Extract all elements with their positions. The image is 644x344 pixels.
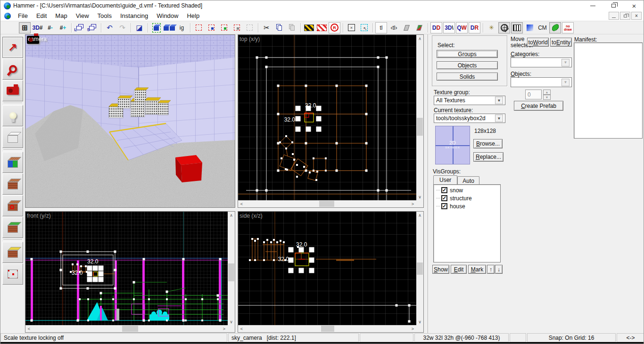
to-entity-button[interactable]: toEntity	[550, 38, 572, 47]
larger-grid-button[interactable]: #+	[57, 22, 69, 33]
scroll-down-icon[interactable]: ∨	[416, 193, 423, 200]
auto-select-button[interactable]: ↖	[358, 22, 370, 33]
dropdown-arrow-icon[interactable]: ▼	[495, 115, 503, 122]
visgroup-item-house[interactable]: ✓ house	[434, 202, 500, 210]
side-2d-canvas[interactable]: 32.0 32.0	[238, 212, 416, 325]
copy-button[interactable]	[273, 22, 285, 33]
group-button[interactable]	[150, 22, 162, 33]
mdi-restore-button[interactable]	[620, 12, 630, 20]
visgroup-item-structure[interactable]: ✓ structure	[434, 194, 500, 202]
toggle-dd-button[interactable]: DD	[430, 22, 442, 33]
select-objects-button[interactable]: Objects	[437, 61, 498, 69]
visgroup-show-button[interactable]: Show	[432, 265, 449, 274]
toggle-group-select-button[interactable]	[193, 22, 205, 33]
vertical-scrollbar[interactable]: ∧ ∨	[416, 212, 423, 325]
menu-view[interactable]: View	[72, 11, 93, 20]
menu-help[interactable]: Help	[182, 11, 204, 20]
snap-to-grid-button[interactable]: ⊞	[19, 22, 31, 33]
menu-tools[interactable]: Tools	[93, 11, 116, 20]
dropdown-arrow-icon[interactable]: ▼	[561, 79, 570, 86]
scroll-thumb[interactable]	[417, 262, 423, 275]
categories-dropdown[interactable]: ▼	[511, 57, 572, 67]
to-world-button[interactable]: toWorld	[527, 38, 549, 47]
viewport-top[interactable]: top (x/y)	[238, 34, 424, 208]
prefab-count-field[interactable]: 0	[525, 90, 542, 99]
scroll-thumb[interactable]	[319, 201, 334, 207]
scroll-left-icon[interactable]: <	[238, 200, 245, 207]
close-button[interactable]: ×	[624, 0, 644, 11]
toggle-entity-select-button[interactable]	[231, 22, 243, 33]
clipping-tool-button[interactable]	[2, 242, 23, 263]
scroll-up-icon[interactable]: ∧	[228, 212, 235, 219]
save-window-state-button[interactable]: S	[87, 22, 99, 33]
texture-group-dropdown[interactable]: All Textures ▼	[434, 96, 505, 105]
objects-dropdown[interactable]: ▼	[511, 77, 572, 87]
scroll-up-icon[interactable]: ∧	[416, 212, 423, 219]
camera-tool-button[interactable]	[2, 80, 23, 101]
spin-down-icon[interactable]: ▼	[543, 95, 551, 100]
block-tool-button[interactable]	[2, 127, 23, 148]
visgroup-item-snow[interactable]: ✓ snow	[434, 186, 500, 194]
checkbox-checked[interactable]: ✓	[441, 203, 447, 209]
texture-lock-button[interactable]: tl	[375, 22, 387, 33]
tab-user[interactable]: User	[433, 175, 457, 185]
foliage-toggle-button[interactable]	[549, 22, 561, 33]
apply-decal-tool-button[interactable]	[2, 195, 23, 216]
spin-up-icon[interactable]: ▲	[543, 90, 551, 95]
redo-button[interactable]: ↷	[116, 22, 128, 33]
cut-button[interactable]: ✂	[261, 22, 272, 33]
fade-preview-button[interactable]	[524, 22, 536, 33]
visgroup-move-down-button[interactable]: ↓	[495, 265, 503, 274]
checkbox-checked[interactable]: ✓	[441, 195, 447, 201]
current-texture-dropdown[interactable]: tools/toolsskybox2d ▼	[434, 114, 505, 123]
scroll-down-icon[interactable]: ∨	[228, 318, 235, 325]
toggle-3d-sky-button[interactable]	[498, 22, 510, 33]
viewport-front[interactable]: front (y/z)	[25, 211, 235, 333]
front-2d-canvas[interactable]: 32.0 32.0	[25, 212, 228, 325]
scroll-right-icon[interactable]: >	[409, 325, 416, 332]
ungroup-button[interactable]	[163, 22, 175, 33]
toggle-3d-profile-button[interactable]: 3D\	[443, 22, 455, 33]
vertex-tool-button[interactable]	[2, 263, 23, 285]
mdi-close-button[interactable]: ×	[631, 12, 642, 20]
browse-button[interactable]: Browse...	[473, 139, 503, 148]
load-window-state-button[interactable]: L	[74, 22, 86, 33]
create-prefab-button[interactable]: Create Prefab	[514, 101, 563, 111]
prefab-count-spinner[interactable]: ▲ ▼	[543, 90, 551, 100]
selection-marquee-button[interactable]: ×	[346, 22, 357, 33]
document-icon[interactable]	[4, 13, 11, 19]
toggle-dr-button[interactable]: DR	[469, 22, 480, 33]
edit-cordon-button[interactable]	[316, 22, 328, 33]
toggle-qw-button[interactable]: QW	[456, 22, 468, 33]
entity-tool-button[interactable]	[2, 105, 23, 126]
scroll-down-icon[interactable]: ∨	[416, 318, 423, 325]
checkbox-checked[interactable]: ✓	[441, 187, 447, 193]
visgroups-list[interactable]: ✓ snow ✓ structure ✓ house	[433, 184, 501, 262]
visgroup-mark-button[interactable]: Mark	[468, 265, 486, 274]
toggle-object-select-button[interactable]	[206, 22, 217, 33]
dropdown-arrow-icon[interactable]: ▼	[495, 97, 503, 104]
undo-button[interactable]: ↶	[104, 22, 116, 33]
viewport-3d-camera[interactable]: camera	[25, 34, 235, 208]
texture-scale-lock-button[interactable]: ‹tl›	[388, 22, 400, 33]
scroll-left-icon[interactable]: <	[238, 325, 245, 332]
panel-splitter[interactable]	[428, 34, 429, 333]
vertical-scrollbar[interactable]: ∧ ∨	[416, 35, 423, 200]
scroll-thumb[interactable]	[122, 326, 138, 332]
camera-3d-canvas[interactable]	[25, 35, 235, 207]
menu-map[interactable]: Map	[51, 11, 71, 20]
scroll-right-icon[interactable]: >	[409, 200, 416, 207]
vertical-scrollbar[interactable]: ∧ ∨	[228, 212, 235, 325]
top-2d-canvas[interactable]: 32.0 32.0	[238, 35, 416, 200]
menu-instancing[interactable]: Instancing	[116, 11, 152, 20]
toggle-solid-select-button[interactable]	[218, 22, 230, 33]
replace-button[interactable]: Replace...	[473, 152, 504, 162]
menu-file[interactable]: File	[14, 11, 32, 20]
menu-edit[interactable]: Edit	[32, 11, 51, 20]
manifest-list[interactable]	[574, 42, 643, 139]
toggle-select-disabled-button[interactable]	[244, 22, 256, 33]
selection-tool-button[interactable]: ↗	[2, 37, 23, 58]
selected-red-cube[interactable]	[175, 155, 202, 182]
nodraw-toggle-button[interactable]: no draw	[562, 22, 574, 33]
apply-texture-tool-button[interactable]	[2, 173, 23, 195]
